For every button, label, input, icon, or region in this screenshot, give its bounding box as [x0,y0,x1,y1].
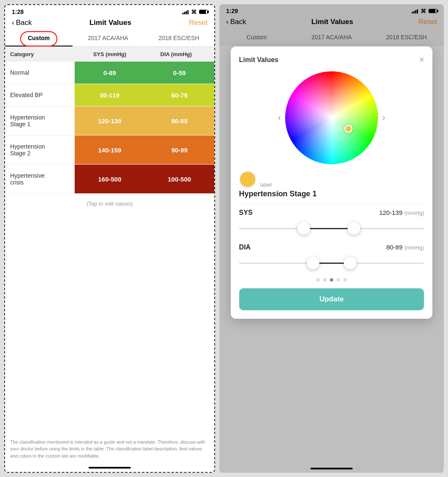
battery-icon-left [199,10,208,14]
dia-slider-track[interactable] [239,255,424,271]
dia-slider-section: DIA 80-89 (mmHg) [239,244,424,271]
dot-2 [323,278,327,282]
color-label: label [260,182,272,188]
table-row[interactable]: Hypertensivecrisis 160-500 100-500 [5,165,214,194]
modal-title: Limit Values [239,56,278,64]
left-panel: 1:28 ⌘ ‹ Back Limit Values Re [4,4,215,473]
table-row[interactable]: Elevated BP 90-119 60-79 [5,84,214,106]
status-bar-left: 1:28 ⌘ [5,5,214,17]
dia-thumb-left[interactable] [307,257,319,269]
sys-crisis: 160-500 [75,165,144,193]
sys-slider-fill [304,228,354,229]
dia-normal: 0-59 [145,62,214,84]
modal-overlay: Limit Values × ‹ [219,4,444,473]
category-name: Hypertension Stage 1 [239,190,424,204]
table-header: Category SYS (mmHg) DIA (mmHg) [5,47,214,62]
dia-htn1: 80-89 [145,106,214,135]
dia-slider-header: DIA 80-89 (mmHg) [239,244,424,251]
sys-value: 120-139 [379,209,402,216]
col-sys: SYS (mmHg) [76,51,143,57]
sys-unit: (mmHg) [404,210,424,216]
table-row[interactable]: HypertensionStage 2 140-159 90-99 [5,136,214,165]
close-button[interactable]: × [419,55,424,65]
table-body: Normal 0-89 0-59 Elevated BP 90-119 60-7… [5,62,214,194]
category-crisis: Hypertensivecrisis [5,165,75,193]
nav-bar-left: ‹ Back Limit Values Reset [5,17,214,30]
tabs-left: Custom 2017 ACA/AHA 2018 ESC/ESH [5,30,214,47]
tab-aca-left[interactable]: 2017 ACA/AHA [73,30,143,46]
col-dia: DIA (mmHg) [143,51,209,57]
table-row[interactable]: HypertensionStage 1 120-139 80-89 [5,106,214,136]
color-preview-row: label [239,171,424,188]
back-chevron-left: ‹ [12,19,14,27]
reset-button-left[interactable]: Reset [189,19,208,27]
wifi-icon-left: ⌘ [191,9,197,15]
status-icons-left: ⌘ [182,9,208,15]
category-elevated: Elevated BP [5,84,75,106]
dot-5 [343,278,347,282]
dia-value-group: 80-89 (mmHg) [386,244,424,251]
color-wheel-container: ‹ [239,71,424,164]
dia-unit: (mmHg) [404,244,424,251]
back-button-left[interactable]: ‹ Back [12,19,32,27]
back-label-left: Back [16,19,32,27]
page-title-left: Limit Values [89,19,131,27]
color-wheel-cursor[interactable] [344,125,353,133]
dia-thumb-right[interactable] [344,257,356,269]
sys-elevated: 90-119 [75,84,144,106]
sys-slider-header: SYS 120-139 (mmHg) [239,209,424,217]
table-row[interactable]: Normal 0-89 0-59 [5,62,214,84]
sys-value-group: 120-139 (mmHg) [379,209,424,217]
modal-header: Limit Values × [239,55,424,65]
sys-htn2: 140-159 [75,136,144,164]
category-htn2: HypertensionStage 2 [5,136,75,164]
chevron-right-icon[interactable]: › [378,112,389,123]
dia-elevated: 60-79 [145,84,214,106]
color-preview-circle[interactable] [239,171,256,188]
dot-4 [337,278,340,282]
sys-htn1: 120-139 [75,106,144,135]
pagination-dots [239,278,424,282]
tab-custom-wrapper: Custom [5,30,73,46]
dia-label: DIA [239,244,251,251]
chevron-left-icon[interactable]: ‹ [274,112,285,123]
dot-3 [330,278,333,282]
category-normal: Normal [5,62,75,84]
tap-hint: (Tap to edit values) [5,194,214,214]
dia-crisis: 100-500 [145,165,214,193]
tab-custom-left[interactable]: Custom [5,30,73,46]
disclaimer: The classification mentioned is intended… [10,439,209,460]
dot-1 [316,278,320,282]
col-category: Category [10,51,76,57]
time-left: 1:28 [12,8,24,15]
dia-value: 80-89 [386,244,402,251]
color-wheel[interactable] [285,71,378,164]
dia-htn2: 90-99 [145,136,214,164]
signal-icon-left [182,9,189,14]
sys-normal: 0-89 [75,62,144,84]
update-button[interactable]: Update [239,288,424,310]
sys-thumb-left[interactable] [297,222,310,235]
right-panel: 1:29 ⌘ ‹ Back Limit Values Re [219,4,444,473]
sys-slider-track[interactable] [239,220,424,237]
limit-values-modal: Limit Values × ‹ [231,46,433,319]
sys-thumb-right[interactable] [348,222,360,235]
home-indicator-left [89,467,131,469]
sys-label: SYS [239,209,253,217]
category-htn1: HypertensionStage 1 [5,106,75,135]
tab-esc-left[interactable]: 2018 ESC/ESH [143,30,214,46]
sys-slider-section: SYS 120-139 (mmHg) [239,209,424,237]
